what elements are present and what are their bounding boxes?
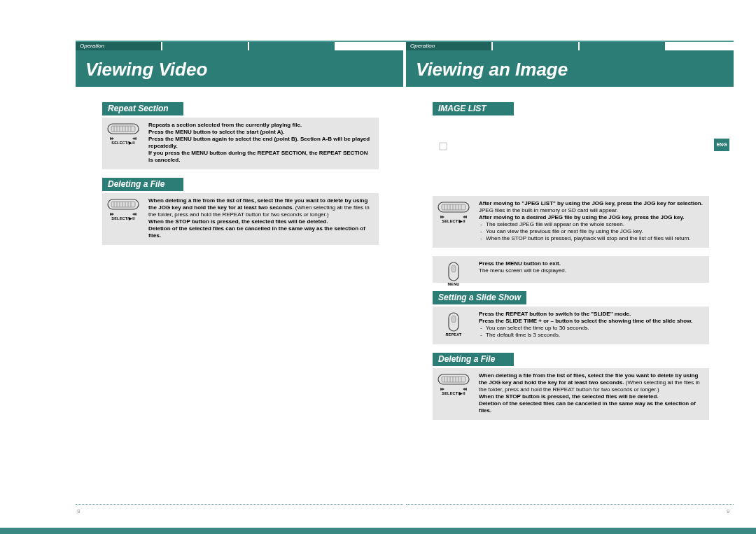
body-text: Press the MENU button to select the star… xyxy=(148,129,284,135)
body-text: Repeats a section selected from the curr… xyxy=(148,122,302,128)
icon-label: SELECT/▶II xyxy=(435,391,472,396)
body-text: Press the MENU button to exit. xyxy=(479,260,561,267)
jog-key-icon: SELECT/▶II xyxy=(105,199,141,232)
tab-label: Operation xyxy=(406,43,435,49)
page-number: 8 xyxy=(77,508,80,514)
bottom-strip xyxy=(0,528,756,534)
tab-label: Operation xyxy=(76,43,104,49)
svg-rect-20 xyxy=(442,204,465,210)
body-text: Press the MENU button again to select th… xyxy=(148,136,370,149)
icon-label: REPEAT xyxy=(435,332,472,337)
list-item: The default time is 3 seconds. xyxy=(479,332,704,339)
list-item: The selected JPEG file will appear on th… xyxy=(479,221,704,228)
list-item: When the STOP button is pressed, playbac… xyxy=(479,235,704,242)
left-page: Repeat Section SELECT/▶II Repeats a sect… xyxy=(76,102,403,253)
tab-bar-right: Operation xyxy=(406,42,734,50)
section-heading: Deleting a File xyxy=(102,178,183,191)
body-text: Press the REPEAT button to switch to the… xyxy=(479,311,631,317)
body-text: If you press the MENU button during the … xyxy=(148,150,368,163)
footer-rule xyxy=(76,504,403,505)
svg-rect-31 xyxy=(451,316,456,323)
instruction-block: REPEAT Press the REPEAT button to switch… xyxy=(433,307,709,344)
body-text: After moving to a desired JPEG file by u… xyxy=(479,214,685,220)
instruction-block: SELECT/▶II When deleting a file from the… xyxy=(433,368,709,420)
svg-rect-29 xyxy=(451,265,456,272)
icon-label: SELECT/▶II xyxy=(105,141,141,146)
body-text: After moving to "JPEG LIST" by using the… xyxy=(479,200,703,206)
svg-rect-33 xyxy=(442,377,465,382)
page-number: 9 xyxy=(727,508,729,514)
body-text: Press the SLIDE TIME + or – button to se… xyxy=(479,318,692,324)
instruction-block: MENU Press the MENU button to exit. The … xyxy=(433,256,709,283)
device-diagram xyxy=(437,118,559,188)
svg-rect-10 xyxy=(111,202,135,207)
footer-rule xyxy=(406,504,734,505)
instruction-block: SELECT/▶II After moving to "JPEG LIST" b… xyxy=(433,196,709,248)
jog-key-icon: SELECT/▶II xyxy=(435,374,472,407)
page-spread: Operation Operation Viewing Video Viewin… xyxy=(76,34,734,534)
jog-key-icon: SELECT/▶II xyxy=(435,202,472,235)
body-text: Deletion of the selected files can be ca… xyxy=(479,400,696,414)
tab-bar-left: Operation xyxy=(76,42,403,50)
page-title: Viewing an Image xyxy=(406,50,734,89)
repeat-button-icon: REPEAT xyxy=(435,312,472,346)
menu-button-icon: MENU xyxy=(435,262,472,295)
section-heading: Repeat Section xyxy=(102,102,183,115)
section-heading: Deleting a File xyxy=(433,353,514,366)
svg-rect-18 xyxy=(440,143,447,150)
jog-key-icon: SELECT/▶II xyxy=(105,123,141,157)
title-band-right: Viewing an Image xyxy=(406,50,734,87)
body-text: Deletion of the selected files can be ca… xyxy=(148,225,365,239)
body-text: The menu screen will be displayed. xyxy=(479,267,566,274)
body-text: When the STOP button is pressed, the sel… xyxy=(148,218,328,225)
list-item: You can select the time up to 30 seconds… xyxy=(479,325,704,332)
page-title: Viewing Video xyxy=(76,50,403,89)
icon-label: SELECT/▶II xyxy=(435,219,472,224)
instruction-block: SELECT/▶II When deleting a file from the… xyxy=(102,193,379,245)
title-band-left: Viewing Video xyxy=(76,50,403,87)
section-heading: IMAGE LIST xyxy=(433,102,514,115)
svg-rect-1 xyxy=(111,126,135,132)
right-page: IMAGE LIST SELECT/▶II xyxy=(406,102,734,428)
instruction-block: SELECT/▶II Repeats a section selected fr… xyxy=(102,118,379,169)
icon-label: MENU xyxy=(435,282,472,287)
icon-label: SELECT/▶II xyxy=(105,216,141,221)
body-text: When the STOP button is pressed, the sel… xyxy=(479,393,659,400)
list-item: You can view the previous file or next f… xyxy=(479,228,704,235)
body-text: JPEG files in the built-in memory or SD … xyxy=(479,207,618,213)
